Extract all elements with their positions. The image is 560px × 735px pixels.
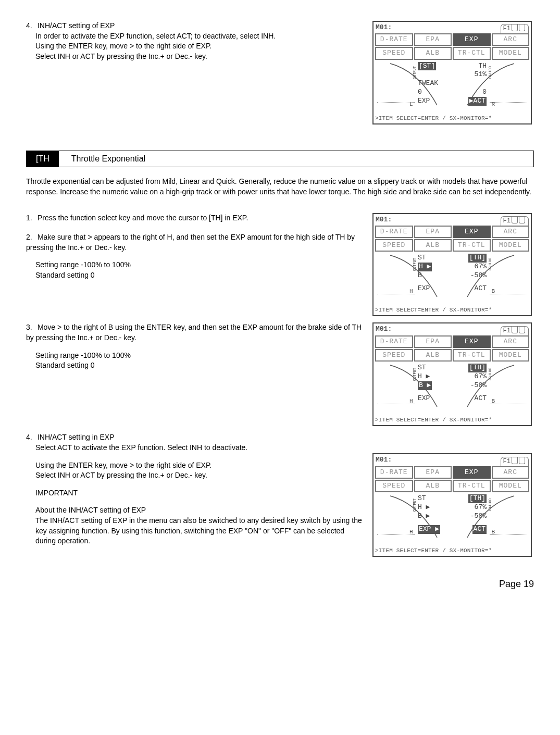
lcd-value: [TH]	[468, 254, 487, 263]
lcd-tab: ARC	[492, 466, 530, 479]
lcd-tab: SPEED	[375, 349, 413, 362]
lcd-tab: TR-CTL	[453, 239, 491, 252]
lcd-value: -58%	[470, 512, 487, 521]
lcd-tab: ARC	[492, 226, 530, 238]
lcd-tab-active: EXP	[453, 33, 491, 46]
lcd-tab-active: EXP	[453, 466, 491, 479]
page-number: Page 19	[26, 578, 534, 591]
lcd-value: [TH]	[468, 494, 487, 503]
item-line: In order to activate the EXP function, s…	[35, 31, 362, 42]
standard-setting: Standard setting 0	[35, 270, 362, 281]
lcd-axis-label: B	[491, 528, 495, 535]
lcd-value: 0	[418, 88, 422, 97]
lcd-screenshot: M01: F1 D-RATE EPA EXP ARC SPEED ALB TR-…	[372, 21, 532, 124]
lcd-axis-label: B	[491, 397, 495, 405]
lcd-tab: MODEL	[492, 349, 530, 362]
section-header: [TH Throttle Exponential	[26, 151, 534, 167]
lcd-tab: D-RATE	[375, 226, 413, 238]
lcd-value: ▶ACT	[468, 97, 487, 106]
lcd-value: B ▶	[418, 381, 432, 390]
lcd-tab: SPEED	[375, 47, 413, 59]
lcd-screenshot: M01: F1 D-RATE EPA EXP ARC SPEED ALB TR-…	[372, 322, 532, 426]
item-number: 4.	[26, 432, 35, 443]
about-heading: About the INH/ACT setting of EXP	[35, 505, 362, 516]
item-line: Using the ENTER key, move > to the right…	[35, 41, 362, 52]
lcd-tab-active: EXP	[453, 335, 491, 348]
lcd-tab: D-RATE	[375, 335, 413, 348]
lcd-status-line: >ITEM SELECT=ENTER / SX-MONITOR=*	[374, 114, 531, 123]
lcd-value: EXP ▶	[418, 525, 440, 534]
item-text: Move > to the right of B using the ENTER…	[26, 323, 362, 342]
output-label: OUTPUT	[487, 66, 492, 79]
setting-range: Setting range -100% to 100%	[35, 351, 362, 361]
lcd-tab: TR-CTL	[453, 480, 491, 492]
lcd-value: ST	[418, 494, 426, 503]
lcd-tab: EPA	[414, 335, 452, 348]
lcd-f1-tab: F1	[501, 216, 529, 226]
section-title: Throttle Exponential	[59, 151, 158, 167]
lcd-value: ACT	[475, 284, 487, 293]
output-label: OUTPUT	[487, 258, 492, 271]
lcd-screenshot: M01: F1 D-RATE EPA EXP ARC SPEED ALB TR-…	[372, 213, 532, 317]
lcd-value: [ST]	[418, 62, 436, 71]
lcd-value: EXP	[418, 97, 430, 106]
lcd-value: 67%	[475, 372, 487, 381]
output-label: OUTPUT	[487, 499, 492, 512]
lcd-tab: ALB	[414, 47, 452, 59]
lcd-tab: ARC	[492, 33, 530, 46]
lcd-value: TH	[478, 62, 487, 71]
output-label: OUTPUT	[413, 499, 417, 512]
lcd-value: ST	[418, 254, 426, 263]
setting-range: Setting range -100% to 100%	[35, 260, 362, 270]
lcd-tab: EPA	[414, 466, 452, 479]
item-number: 4.	[26, 21, 35, 31]
lcd-tab: D-RATE	[375, 466, 413, 479]
standard-setting: Standard setting 0	[35, 360, 362, 371]
lcd-value: H ▶	[418, 503, 430, 512]
lcd-model: M01:	[376, 325, 499, 335]
lcd-value: ST	[418, 364, 426, 372]
important-label: IMPORTANT	[35, 488, 362, 499]
item-number: 1.	[26, 213, 35, 223]
lcd-value: -58%	[470, 271, 487, 280]
output-label: OUTPUT	[413, 258, 417, 271]
lcd-value: EXP	[418, 284, 430, 293]
lcd-value: -58%	[470, 381, 487, 390]
lcd-tab: ALB	[414, 480, 452, 492]
item-heading: INH/ACT setting of EXP	[38, 21, 115, 30]
item-number: 3.	[26, 322, 35, 333]
item-heading: INH/ACT setting in EXP	[38, 433, 115, 441]
lcd-value: B	[418, 271, 422, 280]
output-label: OUTPUT	[413, 66, 417, 79]
lcd-axis-label: B	[491, 288, 495, 295]
lcd-tab: EPA	[414, 226, 452, 238]
lcd-axis-label: L	[409, 101, 413, 108]
lcd-value: 67%	[475, 503, 487, 512]
lcd-model: M01:	[376, 455, 499, 466]
lcd-value: ACT	[472, 525, 487, 534]
item-line: Using the ENTER key, move > to the right…	[35, 460, 362, 471]
lcd-tab-active: EXP	[453, 226, 491, 238]
lcd-tab: ALB	[414, 349, 452, 362]
item-line: Select ACT to activate the EXP function.…	[35, 443, 362, 453]
item-text: Make sure that > appears to the right of…	[26, 233, 355, 252]
output-label: OUTPUT	[487, 368, 492, 381]
lcd-value: EXP	[418, 394, 430, 403]
lcd-f1-tab: F1	[501, 24, 529, 33]
lcd-value: TWEAK	[418, 79, 438, 88]
lcd-f1-tab: F1	[501, 457, 529, 466]
lcd-model: M01:	[376, 23, 499, 33]
about-text: The INH/ACT setting of EXP in the menu c…	[35, 516, 362, 546]
lcd-tab: SPEED	[375, 239, 413, 252]
item-text: Press the function select key and move t…	[38, 214, 248, 222]
lcd-tab: MODEL	[492, 239, 530, 252]
lcd-tab: SPEED	[375, 480, 413, 492]
lcd-status-line: >ITEM SELECT=ENTER / SX-MONITOR=*	[374, 306, 531, 315]
lcd-f1-tab: F1	[501, 326, 529, 335]
lcd-axis-label: H	[409, 397, 413, 405]
lcd-tab: ARC	[492, 335, 530, 348]
lcd-tab: D-RATE	[375, 33, 413, 46]
item-number: 2.	[26, 232, 35, 243]
lcd-tab: EPA	[414, 33, 452, 46]
lcd-value: H ▶	[418, 372, 430, 381]
